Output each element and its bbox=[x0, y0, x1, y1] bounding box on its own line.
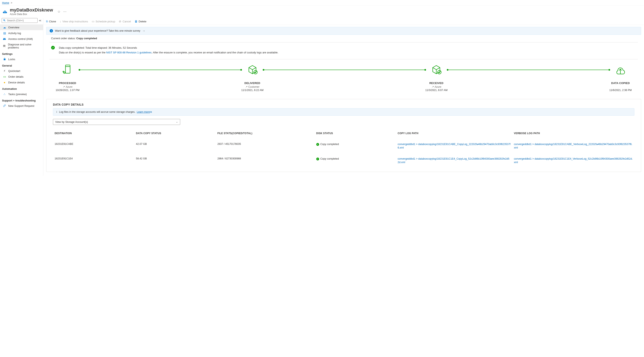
nist-link[interactable]: NIST SP 800-88 Revision 1 guidelines bbox=[106, 51, 152, 54]
collapse-sidebar-icon[interactable]: ≪ bbox=[39, 19, 42, 22]
learn-more-link[interactable]: Learn more bbox=[137, 111, 150, 113]
info-icon: i bbox=[50, 29, 53, 33]
external-link-icon: ⧉ bbox=[150, 111, 152, 113]
log-icon: ▤ bbox=[3, 32, 6, 35]
support-icon: 🗪 bbox=[3, 104, 6, 107]
trash-icon: 🗑︎ bbox=[135, 20, 138, 23]
sidebar-item-overview[interactable]: ☁ Overview bbox=[0, 25, 43, 30]
breadcrumb-home[interactable]: Home bbox=[2, 1, 9, 4]
tasks-icon: ⛬ bbox=[3, 92, 6, 96]
view-by-select[interactable]: View by Storage Account(s) ⌄ bbox=[53, 119, 180, 125]
card-icon: ▭ bbox=[3, 75, 6, 78]
people-icon: 👥︎ bbox=[3, 37, 6, 41]
stage-processed: PROCESSED 📍︎Azure 10/26/2021, 1:07 PM bbox=[56, 64, 80, 92]
bulb-icon: ● bbox=[3, 81, 6, 84]
feedback-banner[interactable]: i Want to give feedback about your exper… bbox=[46, 27, 641, 35]
schedule-button[interactable]: ▭Schedule pickup bbox=[92, 20, 115, 23]
server-icon bbox=[61, 64, 74, 76]
sidebar-header-general: General bbox=[0, 62, 43, 68]
sidebar-header-automation: Automation bbox=[0, 85, 43, 91]
stage-delivered: DELIVERED 📍︎Customer 11/1/2021, 6:22 AM bbox=[241, 64, 263, 92]
cloud-upload-icon bbox=[614, 64, 626, 76]
bolt-icon: ⚡︎ bbox=[3, 69, 6, 73]
copy-log-link[interactable]: convergeddbd1 > databoxcopylog/18231E91C… bbox=[398, 143, 510, 150]
download-icon: ↓ bbox=[60, 20, 61, 23]
stage-received: RECEIVED 📍︎Azure 11/3/2021, 6:07 AM bbox=[425, 64, 448, 92]
sidebar-item-support[interactable]: 🗪 New Support Request bbox=[0, 103, 43, 109]
search-icon: 🔍︎ bbox=[3, 19, 6, 22]
clone-button[interactable]: ⎘Clone bbox=[46, 20, 56, 23]
table-row: 18231E91C1E458.42 GB2864 / 62730300988✓C… bbox=[53, 153, 634, 168]
favorite-icon[interactable]: ☆ bbox=[58, 10, 60, 14]
data-copy-table: DESTINATION DATA COPY STATUS FILE STATS(… bbox=[53, 130, 634, 168]
pin-icon: 📍︎ bbox=[432, 86, 434, 88]
delete-button[interactable]: 🗑︎Delete bbox=[135, 20, 146, 23]
checkmark-icon: ✓ bbox=[51, 46, 55, 50]
storage-charges-banner: i Log files in the storage accounts will… bbox=[53, 108, 634, 116]
sidebar-item-tasks[interactable]: ⛬ Tasks (preview) bbox=[0, 91, 43, 97]
cancel-icon: ⊘ bbox=[119, 20, 121, 23]
page-header: myDataBoxDisknew Azure Data Box ☆ ⋯ bbox=[0, 6, 644, 18]
pin-icon: 📍︎ bbox=[62, 86, 65, 88]
sidebar: 🔍︎ ≪ ☁ Overview ▤ Activity log 👥︎ Access… bbox=[0, 18, 43, 176]
lock-icon: 🔒︎ bbox=[3, 58, 6, 61]
breadcrumb-sep: > bbox=[11, 1, 12, 4]
stage-copied: DATA COPIED 11/6/2021, 2:36 PM bbox=[609, 64, 632, 92]
toolbar: ⎘Clone ↓View ship instructions ▭Schedule… bbox=[43, 18, 644, 25]
sidebar-header-support: Support + troubleshooting bbox=[0, 97, 43, 103]
arrow-icon: → bbox=[142, 29, 145, 33]
breadcrumb: Home > bbox=[0, 0, 644, 6]
box-check-icon bbox=[430, 64, 442, 76]
databox-icon bbox=[2, 9, 8, 14]
section-title: DATA COPY DETAILS bbox=[53, 103, 634, 106]
data-copy-details-panel: DATA COPY DETAILS i Log files in the sto… bbox=[46, 99, 641, 172]
verbose-log-link[interactable]: convergeddbd1 > databoxcopylog/18231E91C… bbox=[514, 143, 633, 150]
more-icon[interactable]: ⋯ bbox=[63, 10, 66, 14]
sidebar-item-device[interactable]: ● Device details bbox=[0, 80, 43, 85]
sidebar-item-locks[interactable]: 🔒︎ Locks bbox=[0, 56, 43, 62]
sidebar-item-access[interactable]: 👥︎ Access control (IAM) bbox=[0, 36, 43, 42]
ship-button[interactable]: ↓View ship instructions bbox=[60, 20, 88, 23]
sidebar-item-order[interactable]: ▭ Order details bbox=[0, 74, 43, 80]
cancel-button[interactable]: ⊘Cancel bbox=[119, 20, 131, 23]
cloud-icon: ☁ bbox=[3, 26, 6, 29]
table-row: 18231E91CABE42.07 GB2837 / 45170178035✓C… bbox=[53, 139, 634, 153]
svg-point-3 bbox=[63, 71, 64, 72]
page-title: myDataBoxDisknew bbox=[10, 8, 53, 13]
pin-icon: 📍︎ bbox=[245, 86, 248, 88]
svg-rect-0 bbox=[66, 65, 70, 73]
copy-icon: ⎘ bbox=[46, 20, 48, 23]
checkmark-icon: ✓ bbox=[316, 143, 319, 146]
box-check-icon bbox=[246, 64, 258, 76]
copy-log-link[interactable]: convergeddbd1 > databoxcopylog/18231E91C… bbox=[398, 157, 510, 164]
search-input[interactable]: 🔍︎ bbox=[2, 18, 38, 23]
sidebar-header-settings: Settings bbox=[0, 50, 43, 56]
copy-summary: ✓ Data copy completed: Total time elapse… bbox=[43, 43, 644, 59]
info-icon: i bbox=[56, 111, 57, 113]
sidebar-item-activity[interactable]: ▤ Activity log bbox=[0, 30, 43, 36]
wrench-icon: 🛠︎ bbox=[3, 44, 6, 48]
status-row: Current order status: Copy completed bbox=[43, 35, 644, 42]
chevron-down-icon: ⌄ bbox=[176, 120, 178, 123]
sidebar-item-diagnose[interactable]: 🛠︎ Diagnose and solve problems bbox=[0, 42, 43, 50]
verbose-log-link[interactable]: convergeddbd1 > databoxcopylog/18231E91C… bbox=[514, 157, 633, 164]
checkmark-icon: ✓ bbox=[316, 158, 319, 160]
page-subtitle: Azure Data Box bbox=[10, 13, 53, 16]
sidebar-item-quickstart[interactable]: ⚡︎ Quickstart bbox=[0, 68, 43, 74]
calendar-icon: ▭ bbox=[92, 20, 94, 23]
status-stages: PROCESSED 📍︎Azure 10/26/2021, 1:07 PM DE… bbox=[43, 59, 644, 98]
